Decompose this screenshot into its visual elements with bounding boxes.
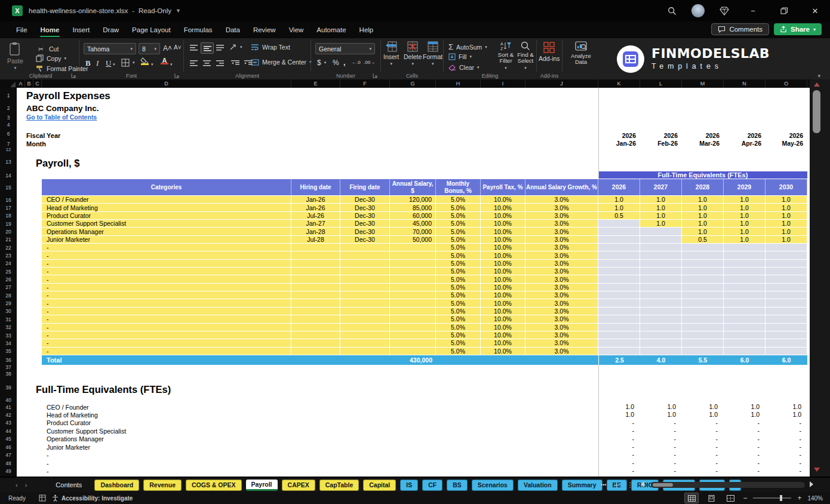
delete-cells-button[interactable]: Delete▾	[404, 41, 422, 66]
row-header[interactable]: 28	[0, 291, 17, 299]
cell-fte[interactable]	[682, 284, 724, 291]
fte-month-cell[interactable]: 1.0	[598, 411, 640, 419]
cell-fte[interactable]	[724, 275, 766, 283]
cell-payroll-tax[interactable]: 10.0%	[481, 212, 525, 220]
cell-monthly-bonus[interactable]: 5.0%	[436, 308, 481, 315]
cell-payroll-tax[interactable]: 10.0%	[481, 331, 525, 339]
fte-month-cell[interactable]: -	[766, 435, 807, 443]
page-break-view-button[interactable]	[724, 493, 737, 503]
cell-salary-growth[interactable]: 3.0%	[525, 308, 598, 315]
increase-decimal-button[interactable]: ←.0	[352, 60, 361, 65]
row-header[interactable]: 30	[0, 308, 17, 315]
fte-category[interactable]: CEO / Founder	[47, 403, 89, 411]
cell-fte[interactable]: 1.0	[640, 196, 682, 204]
cell-fte[interactable]	[640, 331, 682, 339]
fte-month-cell[interactable]: -	[598, 435, 640, 443]
row-header[interactable]: 43	[0, 419, 17, 427]
cell-fte[interactable]	[766, 348, 807, 355]
fiscal-year-cell[interactable]: 2026	[640, 132, 682, 140]
fte-year-header-cell[interactable]: 2027	[640, 179, 682, 196]
cell-monthly-bonus[interactable]: 5.0%	[436, 251, 481, 259]
cell-annual-salary[interactable]: 45,000	[390, 220, 436, 228]
comments-button[interactable]: Comments	[711, 23, 769, 35]
cell-fte[interactable]	[640, 315, 682, 323]
cell-annual-salary[interactable]	[390, 244, 436, 251]
cell-fte[interactable]: 1.0	[640, 220, 682, 228]
fte-month-cell[interactable]: -	[640, 443, 682, 451]
sheet-tab-summary[interactable]: Summary	[562, 480, 602, 491]
cell-fte[interactable]	[598, 220, 640, 228]
cell-hiring-date[interactable]	[291, 284, 340, 291]
cell-fte[interactable]	[724, 268, 766, 275]
row-header[interactable]: 41	[0, 403, 17, 411]
cell-hiring-date[interactable]: Jan-26	[291, 196, 340, 204]
cell-annual-salary[interactable]	[390, 260, 436, 268]
table-header-cell[interactable]: Categories	[42, 179, 291, 196]
cell-firing-date[interactable]	[340, 251, 390, 259]
fiscal-year-cell[interactable]: 2026	[766, 132, 807, 140]
cell-payroll-tax[interactable]: 10.0%	[481, 299, 525, 307]
wrap-text-button[interactable]: Wrap Text	[251, 44, 290, 51]
cell-fte[interactable]	[766, 284, 807, 291]
row-header[interactable]: 46	[0, 443, 17, 451]
fte-year-header-cell[interactable]: 2029	[724, 179, 766, 196]
row-header[interactable]: 31	[0, 315, 17, 323]
sheet-tab-capex[interactable]: CAPEX	[282, 480, 315, 491]
fte-month-cell[interactable]: -	[724, 435, 766, 443]
cell-fte[interactable]	[682, 244, 724, 251]
fte-month-cell[interactable]: -	[766, 427, 807, 435]
menu-item-insert[interactable]: Insert	[66, 21, 96, 38]
cell-fte[interactable]	[682, 291, 724, 299]
minimize-button[interactable]: −	[744, 3, 762, 19]
cell-hiring-date[interactable]	[291, 268, 340, 275]
row-header[interactable]: 47	[0, 451, 17, 459]
cell-fte[interactable]	[640, 291, 682, 299]
close-button[interactable]: ✕	[806, 3, 824, 19]
cell-fte[interactable]	[640, 228, 682, 235]
tab-nav-left-icon[interactable]: ‹	[16, 481, 18, 488]
sheet-title[interactable]: Payroll Expenses	[26, 90, 110, 102]
row-header[interactable]: 17	[0, 204, 17, 211]
month-cell[interactable]: Apr-26	[724, 140, 766, 147]
menu-item-review[interactable]: Review	[247, 21, 282, 38]
cell-fte[interactable]	[724, 244, 766, 251]
cell-fte[interactable]: 0.5	[682, 236, 724, 244]
table-header-cell[interactable]: Payroll Tax, %	[481, 179, 525, 196]
sheet-tab-cogs-opex[interactable]: COGS & OPEX	[186, 480, 242, 491]
cell-category[interactable]: -	[42, 244, 291, 251]
sheet-tab-cf[interactable]: CF	[422, 480, 442, 491]
cell-annual-salary[interactable]	[390, 308, 436, 315]
row-header[interactable]: 25	[0, 268, 17, 275]
column-header-F[interactable]: F	[340, 79, 390, 88]
fte-month-cell[interactable]: -	[598, 459, 640, 467]
page-layout-view-button[interactable]	[705, 493, 718, 503]
cell-fte[interactable]	[598, 291, 640, 299]
cell-annual-salary[interactable]	[390, 291, 436, 299]
sheet-tab-contents[interactable]: Contents	[47, 480, 90, 491]
fiscal-year-cell[interactable]: 2026	[724, 132, 766, 140]
cell-salary-growth[interactable]: 3.0%	[525, 212, 598, 220]
cell-firing-date[interactable]: Dec-30	[340, 228, 390, 235]
number-dialog-launcher[interactable]	[373, 73, 378, 78]
cell-fte[interactable]	[724, 291, 766, 299]
cell-category[interactable]: -	[42, 315, 291, 323]
cell-fte[interactable]	[598, 308, 640, 315]
fte-month-cell[interactable]: -	[682, 443, 724, 451]
cell-annual-salary[interactable]: 50,000	[390, 236, 436, 244]
cell-firing-date[interactable]	[340, 260, 390, 268]
cell-fte[interactable]	[766, 339, 807, 347]
cell-hiring-date[interactable]: Jan-28	[291, 228, 340, 235]
fte-month-cell[interactable]: -	[682, 467, 724, 475]
cell-monthly-bonus[interactable]: 5.0%	[436, 236, 481, 244]
fill-button[interactable]: Fill▾	[448, 53, 472, 60]
cell-fte[interactable]: 1.0	[724, 212, 766, 220]
cell-payroll-tax[interactable]: 10.0%	[481, 348, 525, 355]
cell-fte[interactable]	[598, 275, 640, 283]
cell-hiring-date[interactable]: Jan-27	[291, 220, 340, 228]
cell-fte[interactable]	[640, 284, 682, 291]
cell-fte[interactable]	[766, 291, 807, 299]
cell-payroll-tax[interactable]: 10.0%	[481, 220, 525, 228]
cell-fte[interactable]: 1.0	[682, 228, 724, 235]
menu-item-draw[interactable]: Draw	[96, 21, 125, 38]
sheet-tab-bs[interactable]: BS	[447, 480, 468, 491]
